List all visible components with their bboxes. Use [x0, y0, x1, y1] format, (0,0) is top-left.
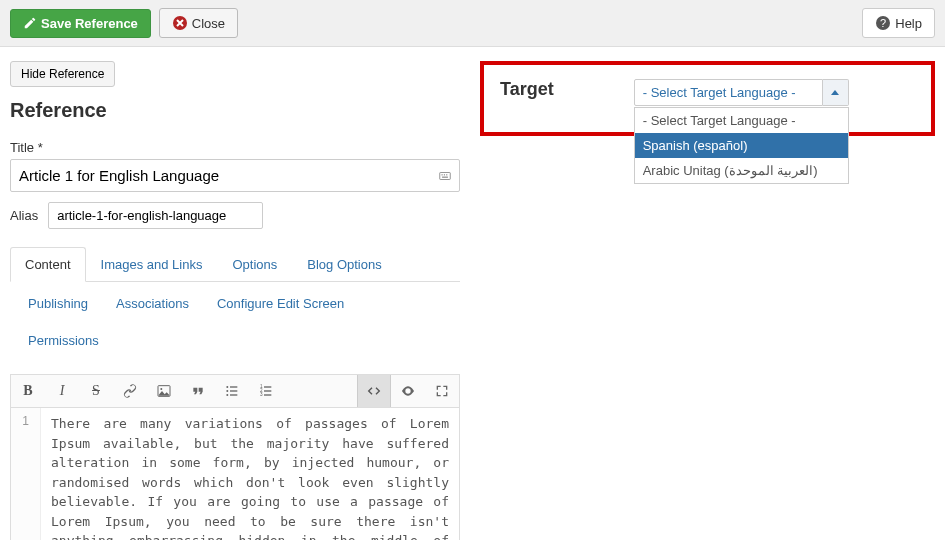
reference-column: Hide Reference Reference Title * Alias C… — [10, 61, 460, 540]
ol-button[interactable]: 123 — [249, 375, 283, 407]
fullscreen-icon — [434, 383, 450, 399]
bold-button[interactable]: B — [11, 375, 45, 407]
svg-rect-4 — [442, 174, 443, 175]
editor-content[interactable]: There are many variations of passages of… — [41, 408, 459, 540]
tab-content[interactable]: Content — [10, 247, 86, 282]
svg-rect-3 — [440, 172, 451, 179]
top-toolbar: Save Reference Close ? Help — [0, 0, 945, 47]
svg-point-22 — [407, 390, 410, 393]
tab-options[interactable]: Options — [217, 247, 292, 282]
help-label: Help — [895, 16, 922, 31]
quote-icon — [190, 383, 206, 399]
fullscreen-button[interactable] — [425, 375, 459, 407]
svg-rect-21 — [264, 394, 271, 395]
svg-point-9 — [160, 388, 162, 390]
editor-gutter: 1 — [11, 408, 41, 540]
title-input[interactable] — [10, 159, 460, 192]
target-highlight-box: Target - Select Target Language - - Sele… — [480, 61, 935, 136]
svg-rect-15 — [230, 394, 237, 395]
svg-text:?: ? — [880, 17, 886, 29]
code-view-button[interactable] — [357, 375, 391, 407]
alias-label: Alias — [10, 208, 38, 223]
code-icon — [365, 383, 383, 399]
select-toggle-button[interactable] — [823, 79, 849, 106]
svg-rect-14 — [230, 390, 237, 391]
alias-input[interactable] — [48, 202, 263, 229]
reference-heading: Reference — [10, 99, 460, 122]
ul-button[interactable] — [215, 375, 249, 407]
list-ul-icon — [224, 383, 240, 399]
edit-icon — [23, 16, 37, 30]
tab-blog-options[interactable]: Blog Options — [292, 247, 396, 282]
help-button[interactable]: ? Help — [862, 8, 935, 38]
help-icon: ? — [875, 15, 891, 31]
save-reference-button[interactable]: Save Reference — [10, 9, 151, 38]
tab-images-links[interactable]: Images and Links — [86, 247, 218, 282]
svg-point-11 — [226, 390, 228, 392]
svg-rect-20 — [264, 390, 271, 391]
svg-text:3: 3 — [260, 392, 263, 397]
tabs-row-3: Permissions — [10, 325, 460, 356]
image-button[interactable] — [147, 375, 181, 407]
editor: B I S 123 — [10, 374, 460, 540]
close-icon — [172, 15, 188, 31]
tab-configure-edit[interactable]: Configure Edit Screen — [203, 288, 358, 319]
tab-associations[interactable]: Associations — [102, 288, 203, 319]
title-label: Title * — [10, 140, 460, 155]
target-heading: Target — [500, 79, 554, 100]
svg-rect-6 — [446, 174, 447, 175]
tabs-row-2: Publishing Associations Configure Edit S… — [10, 288, 460, 319]
svg-rect-7 — [442, 176, 448, 177]
close-label: Close — [192, 16, 225, 31]
target-language-select[interactable]: - Select Target Language - - Select Targ… — [634, 79, 849, 106]
select-current-value[interactable]: - Select Target Language - — [634, 79, 823, 106]
italic-button[interactable]: I — [45, 375, 79, 407]
quote-button[interactable] — [181, 375, 215, 407]
select-dropdown: - Select Target Language - Spanish (espa… — [634, 107, 849, 184]
close-button[interactable]: Close — [159, 8, 238, 38]
caret-up-icon — [831, 90, 839, 95]
image-icon — [156, 383, 172, 399]
option-arabic[interactable]: Arabic Unitag (العربية الموحدة) — [635, 158, 848, 183]
list-ol-icon: 123 — [258, 383, 274, 399]
svg-point-10 — [226, 386, 228, 388]
tab-publishing[interactable]: Publishing — [14, 288, 102, 319]
hide-reference-button[interactable]: Hide Reference — [10, 61, 115, 87]
keyboard-icon — [438, 169, 452, 183]
eye-icon — [399, 383, 417, 399]
line-number: 1 — [22, 414, 29, 428]
svg-rect-5 — [444, 174, 445, 175]
svg-rect-19 — [264, 386, 271, 387]
link-button[interactable] — [113, 375, 147, 407]
preview-button[interactable] — [391, 375, 425, 407]
option-placeholder[interactable]: - Select Target Language - — [635, 108, 848, 133]
link-icon — [122, 383, 138, 399]
tabs-row-1: Content Images and Links Options Blog Op… — [10, 247, 460, 282]
svg-rect-13 — [230, 386, 237, 387]
option-spanish[interactable]: Spanish (español) — [635, 133, 848, 158]
tab-permissions[interactable]: Permissions — [14, 325, 113, 356]
svg-point-12 — [226, 394, 228, 396]
save-reference-label: Save Reference — [41, 16, 138, 31]
strikethrough-button[interactable]: S — [79, 375, 113, 407]
editor-toolbar: B I S 123 — [11, 375, 459, 408]
